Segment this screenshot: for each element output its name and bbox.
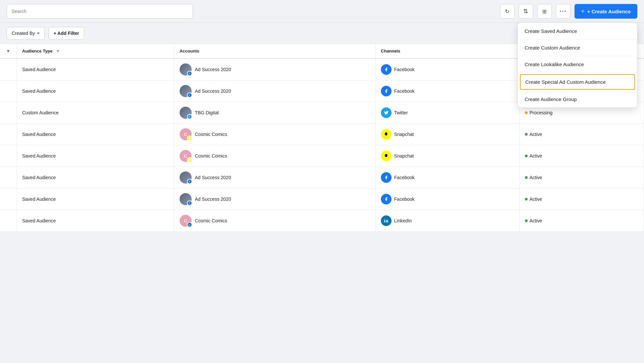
create-audience-label: + Create Audience: [587, 9, 631, 14]
row-status: Active: [519, 124, 644, 145]
account-cell: C in Cosmic Comics: [180, 215, 370, 227]
channel-cell: Facebook: [381, 194, 514, 204]
search-input[interactable]: [7, 4, 193, 19]
th-accounts-label: Accounts: [180, 49, 199, 54]
status-cell: Active: [525, 196, 638, 202]
dropdown-item-special[interactable]: Create Special Ad Custom Audience: [520, 74, 635, 90]
row-audience-type: Saved Audience: [17, 145, 174, 167]
row-account: f TBG Digital: [174, 102, 375, 124]
status-label: Active: [530, 218, 542, 223]
status-label: Active: [530, 153, 542, 159]
top-bar: ↻ ⇅ ⊞ ··· + + Create Audience: [0, 0, 644, 23]
sort-button[interactable]: ⇅: [519, 4, 533, 19]
row-checkbox-cell: [0, 145, 17, 167]
channel-cell: LinkedIn: [381, 215, 514, 226]
dropdown-item-custom[interactable]: Create Custom Audience: [518, 40, 637, 56]
channel-name: Facebook: [394, 88, 414, 94]
status-cell: Active: [525, 132, 638, 137]
row-account: C Cosmic Comics: [174, 124, 375, 145]
more-button[interactable]: ···: [556, 4, 570, 19]
channel-name: Facebook: [394, 196, 414, 202]
account-cell: f Ad Success 2020: [180, 172, 370, 183]
account-name: Ad Success 2020: [195, 196, 231, 202]
row-checkbox-cell: [0, 124, 17, 145]
channel-name: Snapchat: [394, 132, 414, 137]
status-cell: Active: [525, 175, 638, 180]
channel-cell: Facebook: [381, 172, 514, 183]
status-cell: Processing: [525, 110, 638, 115]
channel-name: Twitter: [394, 110, 408, 115]
dropdown-item-group[interactable]: Create Audience Group: [518, 91, 637, 107]
sort-icon: ⇅: [523, 8, 528, 15]
avatar-wrapper: f: [180, 193, 192, 205]
refresh-button[interactable]: ↻: [500, 4, 515, 19]
account-cell: f Ad Success 2020: [180, 193, 370, 205]
filter-columns-button[interactable]: ⊞: [537, 4, 552, 19]
add-filter-label: + Add Filter: [54, 31, 79, 36]
page-wrapper: ↻ ⇅ ⊞ ··· + + Create Audience Created By…: [0, 0, 644, 363]
add-filter-button[interactable]: + Add Filter: [49, 27, 84, 40]
filter-columns-icon: ⊞: [542, 8, 547, 15]
channel-name: Facebook: [394, 175, 414, 180]
account-cell: C Cosmic Comics: [180, 150, 370, 162]
row-channel: Facebook: [375, 80, 519, 102]
account-name: Ad Success 2020: [195, 88, 231, 94]
avatar-badge: f: [187, 179, 192, 184]
channel-icon: [381, 215, 392, 226]
row-channel: Facebook: [375, 167, 519, 188]
row-status: Active: [519, 167, 644, 188]
avatar-badge: [187, 157, 192, 163]
row-checkbox-cell: [0, 80, 17, 102]
create-audience-dropdown: Create Saved AudienceCreate Custom Audie…: [518, 23, 637, 108]
channel-cell: Snapchat: [381, 151, 514, 161]
row-checkbox-cell: [0, 102, 17, 124]
create-audience-button[interactable]: + + Create Audience: [574, 4, 637, 19]
created-by-filter[interactable]: Created By: [7, 27, 45, 40]
row-audience-type: Saved Audience: [17, 188, 174, 210]
th-checkbox: ▼: [0, 44, 17, 59]
status-cell: Active: [525, 153, 638, 159]
dropdown-item-saved[interactable]: Create Saved Audience: [518, 23, 637, 40]
row-channel: Snapchat: [375, 124, 519, 145]
account-name: TBG Digital: [195, 110, 219, 115]
row-audience-type: Saved Audience: [17, 80, 174, 102]
channel-icon: [381, 86, 392, 96]
more-icon: ···: [560, 8, 566, 15]
sort-chevron: ▼: [6, 49, 10, 54]
status-dot: [525, 155, 528, 157]
avatar-badge: in: [187, 222, 192, 227]
status-dot: [525, 176, 528, 179]
table-row: Saved Audience C in Cosmic Comics Linked…: [0, 210, 644, 232]
channel-cell: Twitter: [381, 107, 514, 118]
row-checkbox-cell: [0, 167, 17, 188]
avatar-wrapper: C in: [180, 215, 192, 227]
th-audience-type-sort-icon: ▼: [56, 49, 60, 54]
account-cell: f TBG Digital: [180, 107, 370, 119]
th-accounts[interactable]: Accounts: [174, 44, 375, 59]
row-account: f Ad Success 2020: [174, 80, 375, 102]
channel-icon: [381, 129, 392, 140]
table-row: Saved Audience C Cosmic Comics Snapchat …: [0, 124, 644, 145]
row-audience-type: Saved Audience: [17, 210, 174, 232]
account-name: Cosmic Comics: [195, 218, 227, 223]
channel-icon: [381, 151, 392, 161]
channel-name: Facebook: [394, 67, 414, 72]
svg-point-0: [384, 219, 385, 219]
account-cell: C Cosmic Comics: [180, 128, 370, 140]
th-audience-type[interactable]: Audience Type ▼: [17, 44, 174, 59]
dropdown-item-lookalike[interactable]: Create Lookalike Audience: [518, 56, 637, 73]
channel-icon: [381, 172, 392, 183]
row-channel: Facebook: [375, 188, 519, 210]
row-account: C Cosmic Comics: [174, 145, 375, 167]
channel-cell: Facebook: [381, 64, 514, 75]
status-label: Active: [530, 196, 542, 202]
channel-icon: [381, 107, 392, 118]
row-audience-type: Custom Audience: [17, 102, 174, 124]
avatar-wrapper: f: [180, 107, 192, 119]
th-channels[interactable]: Channels: [375, 44, 519, 59]
chevron-down-icon: [37, 33, 40, 34]
avatar-badge: f: [187, 71, 192, 76]
row-channel: Twitter: [375, 102, 519, 124]
status-label: Active: [530, 132, 542, 137]
avatar-wrapper: f: [180, 85, 192, 97]
